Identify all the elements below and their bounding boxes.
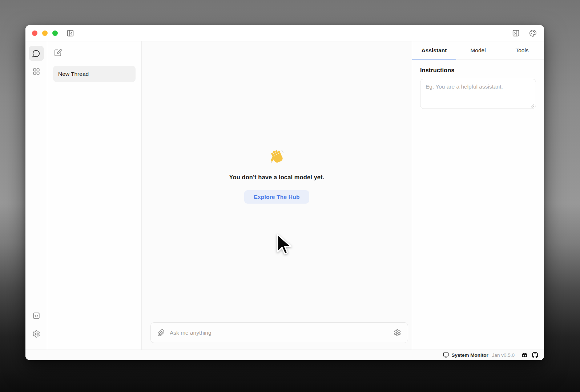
chat-bubble-icon: [32, 49, 40, 58]
waving-hand-emoji: [269, 148, 285, 166]
palette-icon[interactable]: [528, 29, 537, 38]
main-area: You don't have a local model yet. Explor…: [142, 41, 412, 350]
github-icon[interactable]: [532, 352, 538, 358]
tab-model[interactable]: Model: [456, 41, 500, 59]
explore-hub-button[interactable]: Explore The Hub: [244, 190, 309, 204]
traffic-lights: [32, 30, 58, 36]
status-bar: System Monitor Jan v0.5.0: [25, 350, 544, 360]
system-monitor-label: System Monitor: [451, 352, 488, 358]
chat-settings-gear-icon[interactable]: [394, 329, 401, 336]
right-panel: Assistant Model Tools Instructions: [412, 41, 544, 350]
app-window: New Thread: [25, 25, 544, 360]
nav-hub-button[interactable]: [29, 64, 44, 79]
nav-rail: [25, 41, 47, 350]
panel-left-collapse-icon[interactable]: [66, 29, 75, 38]
monitor-icon: [443, 352, 449, 358]
code-box-icon: [32, 312, 40, 320]
new-thread-icon[interactable]: [53, 47, 62, 57]
thread-item-label: New Thread: [58, 71, 89, 77]
instructions-textarea[interactable]: [420, 79, 536, 109]
panel-right-open-icon[interactable]: [511, 29, 520, 38]
chat-input-container: [150, 322, 408, 343]
tab-tools[interactable]: Tools: [500, 41, 544, 59]
empty-state-message: You don't have a local model yet.: [229, 174, 325, 181]
chat-input[interactable]: [170, 330, 394, 336]
discord-icon[interactable]: [521, 352, 528, 358]
grid-icon: [32, 68, 40, 75]
tab-assistant[interactable]: Assistant: [412, 41, 456, 59]
empty-state: You don't have a local model yet. Explor…: [142, 148, 412, 204]
maximize-window-button[interactable]: [52, 30, 58, 36]
app-version: Jan v0.5.0: [492, 352, 515, 358]
paperclip-icon[interactable]: [157, 329, 165, 336]
instructions-heading: Instructions: [420, 67, 536, 74]
minimize-window-button[interactable]: [42, 30, 48, 36]
right-panel-tabs: Assistant Model Tools: [412, 41, 544, 60]
assistant-tab-content: Instructions: [412, 60, 544, 118]
nav-local-api-server-button[interactable]: [29, 308, 44, 323]
nav-threads-button[interactable]: [29, 46, 44, 61]
gear-icon: [32, 330, 40, 338]
app-body: New Thread: [25, 41, 544, 350]
titlebar-right-icons: [511, 29, 537, 38]
nav-settings-button[interactable]: [29, 326, 44, 342]
thread-item[interactable]: New Thread: [53, 66, 136, 82]
system-monitor-toggle[interactable]: System Monitor: [443, 352, 488, 358]
threads-panel: New Thread: [47, 41, 142, 350]
titlebar: [25, 25, 544, 41]
close-window-button[interactable]: [32, 30, 37, 36]
